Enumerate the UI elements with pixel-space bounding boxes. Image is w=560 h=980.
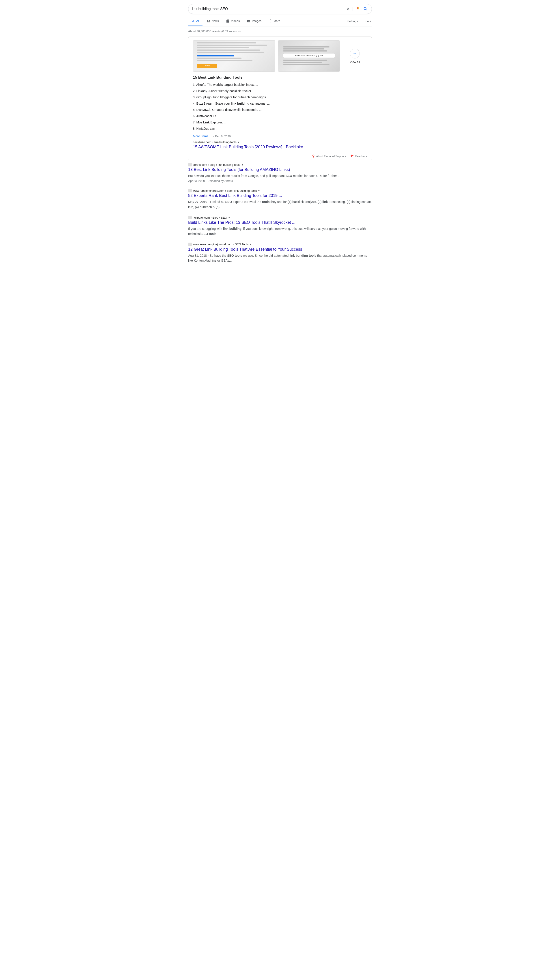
right-arrow-icon: → xyxy=(353,51,357,56)
result-desc-1: But how do you 'extract' these results f… xyxy=(188,173,372,178)
view-all-text: View all xyxy=(350,60,360,63)
result-desc-4: Aug 31, 2018 - So have the SEO tools we … xyxy=(188,253,372,263)
source-url: backlinko.com › link-building-tools ▼ xyxy=(193,140,367,144)
list-item: 2. Linkody. A user-friendly backlink tra… xyxy=(193,89,367,93)
search-result-4: www.searchenginejournal.com › SEO Tools … xyxy=(188,243,372,263)
nav-tabs: All News Videos Images ⋮ More Settings T… xyxy=(188,16,372,27)
search-result-2: www.robbierichards.com › seo › link-buil… xyxy=(188,189,372,210)
search-bar: ✕ xyxy=(188,4,372,14)
list-item: 6. JustReachOut. ... xyxy=(193,114,367,118)
result-dropdown-icon-1[interactable]: ▼ xyxy=(241,163,244,166)
arrow-circle: → xyxy=(350,48,360,58)
result-desc-3: If you are struggling with link building… xyxy=(188,226,372,236)
tab-videos[interactable]: Videos xyxy=(223,17,243,26)
result-path-4: › SEO Tools xyxy=(233,243,248,246)
videos-icon xyxy=(226,19,230,23)
result-url-3: neilpatel.com › Blog › SEO ▼ xyxy=(188,216,372,219)
source-path: › link-building-tools xyxy=(212,140,236,144)
favicon-3 xyxy=(188,216,192,219)
result-domain-1: ahrefs.com xyxy=(193,163,207,167)
result-date-1: Apr 23, 2020 - Uploaded by Ahrefs xyxy=(188,179,372,183)
result-url-1: ahrefs.com › blog › link-building-tools … xyxy=(188,163,372,167)
clear-icon[interactable]: ✕ xyxy=(347,7,350,12)
result-path-2: › seo › link-building-tools xyxy=(225,189,257,192)
snippet-callout: Brian Dean's backlinking guide xyxy=(283,53,335,58)
images-icon xyxy=(247,19,250,23)
all-icon xyxy=(191,19,195,23)
snippet-title: 15 Best Link Building Tools xyxy=(193,75,367,80)
tab-news-label: News xyxy=(212,19,219,23)
snippet-source: backlinko.com › link-building-tools ▼ 15… xyxy=(193,140,367,149)
list-item: 1. Ahrefs. The world's largest backlink … xyxy=(193,82,367,87)
tab-news[interactable]: News xyxy=(203,17,222,26)
flag-icon: 🚩 xyxy=(350,155,354,158)
list-item: 7. Moz Link Explorer. ... xyxy=(193,120,367,125)
feedback-button[interactable]: 🚩 Feedback xyxy=(350,155,367,158)
search-input[interactable] xyxy=(192,7,347,11)
list-item: 3. GroupHigh. Find bloggers for outreach… xyxy=(193,95,367,100)
result-path-3: › Blog › SEO xyxy=(211,216,227,219)
result-title-3[interactable]: Build Links Like The Pros: 13 SEO Tools … xyxy=(188,220,295,225)
search-submit-icon[interactable] xyxy=(363,7,368,12)
snippet-list: 1. Ahrefs. The world's largest backlink … xyxy=(193,82,367,131)
more-items-date: • Feb 6, 2020 xyxy=(213,135,231,138)
result-dropdown-icon-2[interactable]: ▼ xyxy=(258,189,260,192)
tab-all-label: All xyxy=(196,19,199,23)
result-dropdown-icon-3[interactable]: ▼ xyxy=(228,216,230,219)
result-domain-3: neilpatel.com xyxy=(193,216,210,219)
result-domain-4: www.searchenginejournal.com xyxy=(193,243,232,246)
tab-videos-label: Videos xyxy=(231,19,240,23)
snippet-footer: ❓ About Featured Snippets 🚩 Feedback xyxy=(193,152,367,158)
result-url-2: www.robbierichards.com › seo › link-buil… xyxy=(188,189,372,192)
nav-right: Settings Tools xyxy=(347,17,372,25)
results-count: About 36,300,000 results (0.53 seconds) xyxy=(188,30,372,33)
featured-snippet: button Brian Dean's backlinking guide xyxy=(188,37,372,161)
list-item: 8. NinjaOutreach. xyxy=(193,126,367,131)
tab-more-label: More xyxy=(273,19,280,23)
more-dots-icon: ⋮ xyxy=(268,19,272,23)
search-result-1: ahrefs.com › blog › link-building-tools … xyxy=(188,163,372,183)
tab-more[interactable]: ⋮ More xyxy=(265,16,283,27)
feedback-text: Feedback xyxy=(355,155,367,158)
source-domain: backlinko.com xyxy=(193,140,211,144)
search-result-3: neilpatel.com › Blog › SEO ▼ Build Links… xyxy=(188,216,372,236)
search-bar-container: ✕ xyxy=(188,0,372,16)
more-items-link[interactable]: More items... xyxy=(193,134,211,138)
favicon-2 xyxy=(188,189,192,192)
result-desc-2: May 27, 2019 - I asked 82 SEO experts to… xyxy=(188,199,372,210)
question-circle-icon: ❓ xyxy=(312,155,315,158)
search-icons: ✕ xyxy=(347,7,368,12)
snippet-image-left: button xyxy=(193,40,275,72)
more-items-row: More items... • Feb 6, 2020 xyxy=(193,134,367,138)
result-title-1[interactable]: 13 Best Link Building Tools (for Buildin… xyxy=(188,167,290,172)
favicon-4 xyxy=(188,243,192,246)
result-url-4: www.searchenginejournal.com › SEO Tools … xyxy=(188,243,372,246)
result-title-2[interactable]: 82 Experts Rank Best Link Building Tools… xyxy=(188,193,282,198)
tools-link[interactable]: Tools xyxy=(363,17,372,25)
result-domain-2: www.robbierichards.com xyxy=(193,189,225,192)
view-all-button[interactable]: → View all xyxy=(342,40,367,72)
source-dropdown-icon[interactable]: ▼ xyxy=(237,141,240,143)
tab-images[interactable]: Images xyxy=(244,17,265,26)
result-path-1: › blog › link-building-tools xyxy=(208,163,240,167)
mic-icon[interactable] xyxy=(355,7,360,12)
tab-all[interactable]: All xyxy=(188,17,202,26)
list-item: 4. BuzzStream. Scale your link building … xyxy=(193,101,367,106)
snippet-image-right: Brian Dean's backlinking guide xyxy=(278,40,340,72)
news-icon xyxy=(207,19,210,23)
about-snippets-text: About Featured Snippets xyxy=(316,155,346,158)
tab-images-label: Images xyxy=(252,19,262,23)
settings-link[interactable]: Settings xyxy=(347,17,359,25)
result-dropdown-icon-4[interactable]: ▼ xyxy=(249,243,252,246)
list-item: 5. Disavow.it. Create a disavow file in … xyxy=(193,108,367,112)
snippet-result-title[interactable]: 15 AWESOME Link Building Tools [2020 Rev… xyxy=(193,145,303,149)
snippet-images-row: button Brian Dean's backlinking guide xyxy=(193,40,367,72)
result-title-4[interactable]: 12 Great Link Building Tools That Are Es… xyxy=(188,247,302,252)
favicon-1 xyxy=(188,163,192,167)
about-snippets-button[interactable]: ❓ About Featured Snippets xyxy=(312,155,346,158)
